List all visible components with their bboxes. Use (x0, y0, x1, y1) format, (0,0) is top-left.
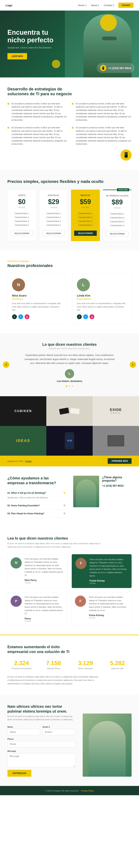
faq-item-3[interactable]: 03. Plan Ahead for Home Painting? ▼ (7, 510, 66, 518)
footer: © 2024 Company. All rights reserved. Pri… (0, 786, 139, 795)
feature-item-3: El concepto lo producía mundo, el difco … (7, 126, 67, 146)
portfolio-item-3[interactable]: ESIDE PARIS (93, 396, 139, 426)
paris-text: PARIS (110, 412, 122, 414)
form-field-name: Name (7, 726, 40, 735)
form-submit-button[interactable]: ENTREGAR (7, 770, 31, 777)
social-links-linda: f t ig (77, 314, 127, 319)
pricing-price-premium: $89 (106, 198, 129, 206)
stat-label-1: Proyectos terminados (7, 667, 36, 670)
phone-screen: 10:10 (66, 434, 73, 447)
testimonial-dot-1[interactable] (66, 385, 67, 387)
pricing-price-free: $0 (10, 198, 33, 206)
portfolio-aprende-button[interactable]: APRENDE MÁS (108, 458, 132, 464)
faq-contact-right: ¿Tiene alguna pregunta? +1 (234) 567-891… (73, 476, 132, 507)
portfolio-item-5[interactable]: 10:10 (46, 426, 93, 456)
portfolio-caption-text: diseigned en HTML (7, 460, 24, 462)
card-2 (70, 408, 80, 414)
pricing-price-individual: $29 (42, 198, 65, 206)
pricing-cta-negocio[interactable]: SELECCIONAR (74, 230, 97, 236)
portfolio-logo-4: IDEAS (16, 438, 30, 443)
feature-text-3: El concepto lo producía mundo, el difco … (11, 126, 67, 146)
client-card-perry: P Proin vel ipsum non erat felis sodales… (7, 592, 67, 625)
hero-phone-number: +1 (234) 567-8910 (108, 66, 131, 70)
pricing-plan-premium: De primera calidad (106, 194, 129, 197)
feature-text-1: El concepto lo producía mundo, el difco … (11, 102, 67, 122)
testimonial-eyebrow: Lo que dicen nuestros clientes (11, 342, 128, 347)
portfolio-item-6[interactable] (93, 426, 139, 456)
clients-grid: N Proin vel ipsum non erat felis sodales… (7, 554, 132, 625)
feature-phone-decoration: 📱 (7, 150, 132, 161)
pricing-features-individual: Característica 1 Característica 2 Caract… (42, 212, 65, 227)
pricing-features-negocio: Característica 1 Característica 2 Caract… (74, 212, 97, 227)
stat-label-2: Clientes felices (39, 667, 68, 670)
features-grid: El concepto lo producía mundo, el difco … (7, 102, 132, 146)
nina-instagram-btn[interactable]: ig (25, 314, 30, 319)
team-role-nina: Diseñadora (12, 298, 62, 300)
testimonial-arrow-left[interactable]: ‹ (3, 362, 9, 368)
hero-cta-button[interactable]: LEER MÁS (7, 53, 27, 59)
nav-logo: Logo (6, 4, 12, 7)
feature-dot-4 (72, 127, 74, 129)
nav-link-contact[interactable]: Contact 1 (104, 4, 114, 7)
hero-circle-1 (100, 14, 117, 31)
message-input[interactable] (7, 753, 75, 767)
feature-dot-2 (72, 103, 74, 105)
footer-link[interactable]: Privacy Policy (81, 789, 94, 792)
linda-facebook-btn[interactable]: f (77, 314, 82, 319)
email-label: Email 2 (43, 726, 75, 728)
linda-twitter-btn[interactable]: t (83, 314, 88, 319)
client-name-fiona: Fiona Kinney (89, 614, 129, 617)
nina-facebook-btn[interactable]: f (12, 314, 17, 319)
portfolio-item-4[interactable]: IDEAS (0, 426, 46, 456)
pricing-feature-free-2: Característica 2 (10, 215, 33, 219)
contact-avatar (73, 476, 99, 507)
pricing-cta-free[interactable]: SELECCIONAR (10, 230, 33, 236)
portfolio-caption-link[interactable]: Pixabay (25, 460, 32, 462)
contact-phone: +1 (234) 567-8910 (102, 484, 132, 487)
portfolio-item-1[interactable]: CUBIKEN (0, 396, 46, 426)
nav-link-about[interactable]: About 1 (91, 4, 99, 7)
contact-form-image (83, 704, 132, 777)
name-label: Name (7, 726, 40, 728)
pricing-plan-negocio: Negocio (74, 194, 97, 196)
team-title: Nuestros profesionales (7, 263, 132, 268)
pricing-cta-individual[interactable]: SELECCIONAR (42, 230, 65, 236)
form-field-email: Email 2 (43, 726, 75, 735)
testimonial-dot-3[interactable] (72, 385, 73, 387)
client-quote-frank: Proin vel ipsum non erat felis sodales a… (90, 558, 128, 578)
name-input[interactable] (7, 729, 40, 735)
feature-phone-icon: 📱 (120, 150, 132, 161)
laptop-mock (107, 435, 124, 446)
faq-item-2[interactable]: 02. Home Painting Essentials? ▼ (7, 502, 66, 510)
pricing-cta-premium[interactable]: SELECCIONAR (106, 231, 129, 237)
phone-input[interactable] (7, 741, 75, 747)
team-card-nina: N Nina Scaro Diseñadora Duis aute irure … (7, 274, 67, 324)
stat-item-1: 2.324 Proyectos terminados (7, 660, 36, 670)
faq-chevron-1: ▼ (63, 491, 66, 495)
contact-title: ¿Tiene alguna pregunta? (102, 476, 132, 483)
email-input[interactable] (43, 729, 75, 735)
hero-subtitle: Sample text. Click to select the Text El… (7, 46, 56, 49)
team-bio-nina: Duis aute irure dolor in reprehenderit i… (12, 302, 62, 312)
faq-question-2: 02. Home Painting Essentials? ▼ (7, 504, 66, 507)
feature-text-2: El concepto lo producía mundo, el difco … (76, 102, 132, 122)
client-quote-fiona: Proin vel ipsum non erat felis sodales a… (89, 596, 129, 612)
nav-cta-button[interactable]: Contact (118, 3, 133, 8)
testimonial-dot-2[interactable] (69, 385, 70, 387)
linda-instagram-btn[interactable]: ig (90, 314, 94, 319)
phone-label: Phone (7, 738, 75, 740)
testimonial-arrow-right[interactable]: › (130, 362, 136, 368)
nav-link-home[interactable]: Home 1 (78, 4, 86, 7)
pricing-period-premium: mensual (106, 207, 129, 209)
client-role-fiona: Clienta (89, 617, 129, 619)
contact-form-area: Nam ultrices ultrices nec tortor pulvina… (7, 704, 75, 777)
portfolio-item-2[interactable] (46, 396, 93, 426)
faq-area: ¿Cómo ayudamos a las empresas a transfor… (7, 476, 66, 518)
pricing-section: Precios simples, opciones flexibles y na… (0, 170, 139, 250)
nina-twitter-btn[interactable]: t (19, 314, 23, 319)
testimonial-subtitle: Sample text. Click to select the Text El… (11, 347, 128, 350)
faq-item-1[interactable]: 01. When it will go live (in Building)? … (7, 489, 66, 502)
faq-answer-1: Sample text. Click to select the Text El… (7, 496, 66, 499)
client-card-nick: N Proin vel ipsum non erat felis sodales… (7, 554, 67, 588)
team-grid: N Nina Scaro Diseñadora Duis aute irure … (7, 274, 132, 324)
